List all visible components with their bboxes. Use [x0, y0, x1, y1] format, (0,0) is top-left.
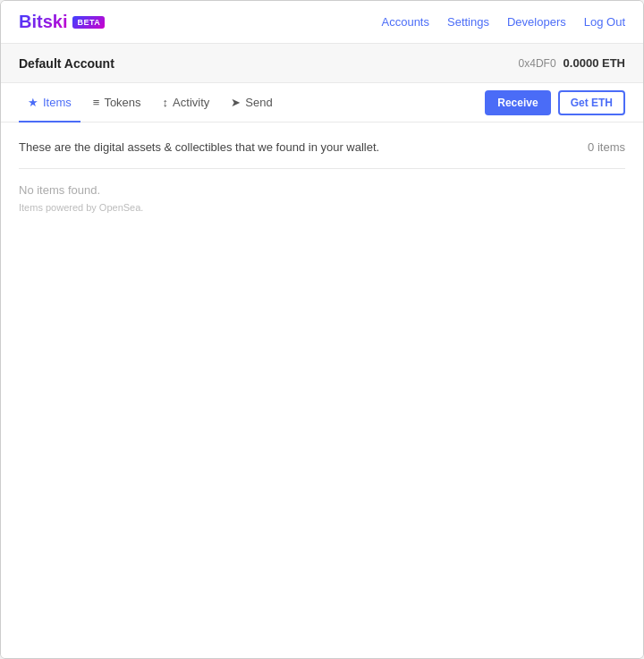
main-content: These are the digital assets & collectib…: [1, 123, 643, 658]
items-count: 0 items: [588, 140, 625, 154]
no-items-label: No items found.: [19, 183, 625, 197]
browser-frame: Bitski BETA Accounts Settings Developers…: [0, 0, 644, 659]
powered-by-label: Items powered by OpenSea.: [19, 202, 625, 213]
nav-logout[interactable]: Log Out: [584, 15, 625, 29]
nav-settings[interactable]: Settings: [447, 15, 489, 29]
items-description-row: These are the digital assets & collectib…: [19, 140, 625, 154]
tabs: ★ Items ≡ Tokens ↕ Activity ➤ Send: [19, 83, 282, 122]
top-nav: Bitski BETA Accounts Settings Developers…: [1, 1, 643, 44]
tab-send[interactable]: ➤ Send: [222, 84, 281, 123]
tab-tokens[interactable]: ≡ Tokens: [84, 84, 150, 123]
nav-accounts[interactable]: Accounts: [382, 15, 429, 29]
logo: Bitski: [19, 12, 67, 32]
items-description: These are the digital assets & collectib…: [19, 140, 379, 154]
divider: [19, 168, 625, 169]
get-eth-button[interactable]: Get ETH: [558, 90, 625, 115]
tab-tokens-label: Tokens: [104, 96, 140, 109]
tab-activity-label: Activity: [173, 96, 209, 109]
tab-activity[interactable]: ↕ Activity: [154, 84, 219, 123]
tabs-bar: ★ Items ≡ Tokens ↕ Activity ➤ Send Recei…: [1, 83, 643, 123]
nav-developers[interactable]: Developers: [507, 15, 566, 29]
tab-items-label: Items: [43, 96, 72, 109]
account-address: 0x4DF0: [519, 57, 556, 70]
account-name: Default Account: [19, 56, 114, 71]
receive-button[interactable]: Receive: [485, 90, 550, 115]
tab-buttons: Receive Get ETH: [485, 90, 625, 115]
logo-area: Bitski BETA: [19, 12, 105, 32]
star-icon: ★: [28, 96, 38, 109]
tab-items[interactable]: ★ Items: [19, 84, 80, 123]
account-eth: 0.0000 ETH: [564, 56, 625, 70]
tokens-icon: ≡: [93, 96, 100, 109]
send-icon: ➤: [231, 96, 241, 109]
account-balance: 0x4DF0 0.0000 ETH: [519, 56, 625, 70]
tab-send-label: Send: [245, 96, 272, 109]
beta-badge: BETA: [72, 16, 105, 29]
activity-icon: ↕: [163, 96, 169, 109]
nav-links: Accounts Settings Developers Log Out: [382, 15, 626, 29]
account-bar: Default Account 0x4DF0 0.0000 ETH: [1, 44, 643, 83]
